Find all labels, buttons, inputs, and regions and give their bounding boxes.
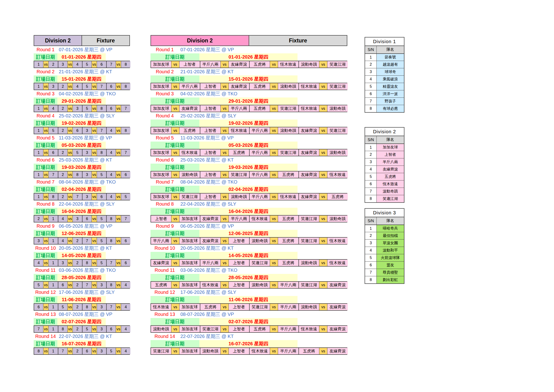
home-cell: 滾動奇蹟 xyxy=(151,326,171,332)
team-cell: 半斤八兩 xyxy=(377,158,404,166)
vs-cell: vs xyxy=(43,216,48,222)
home-cell: 加加友球 xyxy=(151,171,171,178)
home-cell: 7 xyxy=(107,304,116,310)
team-cell: 友緣齊滾 xyxy=(377,166,404,173)
away-cell: 恆木致遠 xyxy=(327,260,348,266)
round-label: Round 9 xyxy=(34,223,57,229)
away-cell: 6 xyxy=(121,171,130,178)
booking-label: 訂場日期 xyxy=(34,230,57,237)
roster-row: 7滾動奇蹟 xyxy=(365,188,404,195)
away-cell: 2 xyxy=(73,348,82,354)
home-cell: 1 xyxy=(34,171,43,178)
vs-cell: vs xyxy=(43,260,48,266)
sn-header: S/N xyxy=(365,136,377,143)
vs-cell: vs xyxy=(171,83,179,90)
round-venue-date: 08-04-2026 星期三 @ TKO xyxy=(179,179,237,185)
home-cell: 友緣齊滾 xyxy=(299,194,319,200)
round-label: Round 5 xyxy=(151,135,179,141)
match-pair: 上智者vs五虎將 xyxy=(200,149,250,156)
home-cell: 笑遨江湖 xyxy=(200,326,221,332)
booking-date: 12-06-2025 星期四 xyxy=(57,230,106,237)
booking-date: 19-03-2026 星期四 xyxy=(199,164,298,171)
away-cell: 3 xyxy=(97,348,106,354)
vs-cell: vs xyxy=(171,61,179,68)
sn-cell: 5 xyxy=(365,83,377,90)
match-row: 1vs52vs63vs74vs8 xyxy=(34,127,130,134)
home-cell: 滾動奇蹟 xyxy=(299,61,319,68)
home-cell: 5 xyxy=(83,326,91,332)
booking-row: 訂場日期14-05-2026 星期四 xyxy=(34,252,130,259)
match-row: 上智者vs加加友球友緣齊滾vs半斤八兩恆木致遠vs五虎將笑遨江湖vs滾動奇蹟 xyxy=(151,215,347,223)
round-label: Round 7 xyxy=(151,179,179,185)
home-cell: 上智者 xyxy=(200,194,221,200)
roster-row: 4乘風破浪 xyxy=(365,75,404,83)
match-pair: 加加友球vs滾動奇蹟 xyxy=(151,171,200,178)
home-cell: 五虎將 xyxy=(299,348,319,354)
away-cell: 恆木致遠 xyxy=(327,171,348,178)
booking-row: 訂場日期29-01-2026 星期四 xyxy=(151,98,347,105)
round-venue-date: 07-01-2026 星期三 @ VP xyxy=(179,47,234,53)
away-cell: 半斤八兩 xyxy=(278,304,298,310)
vs-cell: vs xyxy=(221,282,229,288)
away-cell: 2 xyxy=(73,304,82,310)
away-cell: 滾動奇蹟 xyxy=(278,83,298,90)
match-pair: 7vs5 xyxy=(83,238,107,244)
booking-row: 訂場日期05-03-2026 星期四 xyxy=(151,142,347,149)
home-cell: 五虎將 xyxy=(200,304,221,310)
home-cell: 友緣齊滾 xyxy=(299,171,319,178)
team-cell: 上智者 xyxy=(377,151,404,158)
team-cell: 笑遨江湖 xyxy=(377,195,404,202)
round-row: Round 1217-06-2026 星期三 @ SLY xyxy=(151,289,347,296)
home-cell: 加加友球 xyxy=(151,105,171,112)
booking-row: 訂場日期02-04-2026 星期四 xyxy=(151,186,347,193)
booking-label: 訂場日期 xyxy=(151,75,199,83)
vs-cell: vs xyxy=(270,149,278,156)
vs-cell: vs xyxy=(319,326,327,332)
rounds-list-numbers: Round 107-01-2026 星期三 @ VP訂場日期01-01-2026… xyxy=(34,46,130,355)
match-pair: 五虎將vs加加友球 xyxy=(151,282,200,288)
away-cell: 笑遨江湖 xyxy=(278,149,298,156)
vs-cell: vs xyxy=(91,326,97,332)
away-cell: 半斤八兩 xyxy=(278,282,298,288)
round-venue-date: 08-04-2026 星期三 @ TKO xyxy=(57,179,116,185)
roster-row: 5精靈滾友 xyxy=(365,83,404,90)
away-cell: 8 xyxy=(48,194,58,200)
away-cell: 半斤八兩 xyxy=(278,348,298,354)
vs-cell: vs xyxy=(116,326,121,332)
away-cell: 笑遨江湖 xyxy=(278,105,298,112)
home-cell: 6 xyxy=(107,326,116,332)
vs-cell: vs xyxy=(116,171,121,178)
roster-table: Division 1S/N隊名1節奏號2越滾越有3球球奇4乘風破浪5精靈滾友6洋… xyxy=(365,37,404,113)
round-label: Round 14 xyxy=(151,334,179,339)
roster-header-row: S/N隊名 xyxy=(365,46,404,53)
round-row: Round 906-05-2026 星期三 @ VP xyxy=(151,223,347,230)
round-label: Round 10 xyxy=(34,245,57,251)
vs-cell: vs xyxy=(43,282,48,288)
vs-cell: vs xyxy=(116,149,121,156)
vs-cell: vs xyxy=(116,61,121,68)
sn-cell: 1 xyxy=(365,225,377,232)
home-cell: 4 xyxy=(107,194,116,200)
home-cell: 8 xyxy=(34,348,43,354)
home-cell: 笑遨江湖 xyxy=(299,216,319,222)
vs-cell: vs xyxy=(221,149,229,156)
vs-cell: vs xyxy=(116,216,121,222)
round-venue-date: 03-06-2026 星期三 @ TKO xyxy=(57,267,116,273)
away-cell: 笑遨江湖 xyxy=(179,194,200,200)
booking-date: 14-05-2026 星期四 xyxy=(199,252,298,259)
sn-cell: 2 xyxy=(365,232,377,239)
match-pair: 5vs8 xyxy=(83,105,107,112)
match-pair: 笑遨江湖vs滾動奇蹟 xyxy=(299,216,348,222)
round-label: Round 3 xyxy=(151,91,179,97)
match-row: 1vs42vs35vs86vs7 xyxy=(34,105,130,112)
booking-label: 訂場日期 xyxy=(151,274,199,281)
match-row: 1vs62vs53vs84vs7 xyxy=(34,149,130,156)
home-cell: 7 xyxy=(58,348,67,354)
sn-cell: 5 xyxy=(365,173,377,180)
booking-row: 訂場日期11-06-2026 星期四 xyxy=(151,296,347,303)
home-cell: 4 xyxy=(58,238,67,244)
match-pair: 五虎將vs恆木致遠 xyxy=(250,61,299,68)
booking-label: 訂場日期 xyxy=(151,252,199,259)
away-cell: 滾動奇蹟 xyxy=(278,127,298,134)
home-cell: 滾動奇蹟 xyxy=(200,348,221,354)
